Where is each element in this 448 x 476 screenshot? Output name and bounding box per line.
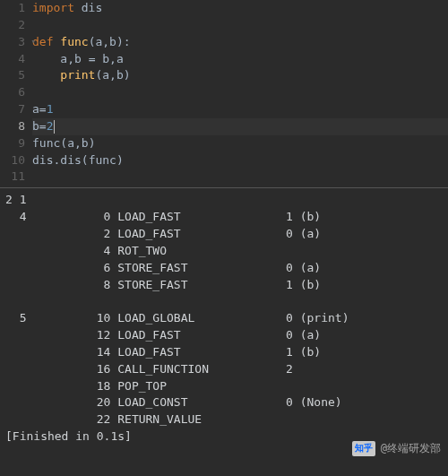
output-console: 2 1 4 0 LOAD_FAST 1 (b) 2 LOAD_FAST 0 (a…	[0, 190, 448, 449]
code-content[interactable]: b=2	[32, 118, 448, 135]
code-line[interactable]: 1import dis	[0, 0, 448, 17]
code-line[interactable]: 8b=2	[0, 118, 448, 135]
code-content[interactable]: dis.dis(func)	[32, 152, 124, 169]
code-content[interactable]: print(a,b)	[32, 67, 131, 84]
zhihu-logo-icon: 知乎	[352, 441, 375, 456]
watermark-text: @终端研发部	[381, 441, 441, 456]
code-line[interactable]: 6	[0, 84, 448, 101]
watermark: 知乎 @终端研发部	[352, 441, 441, 456]
code-line[interactable]: 9func(a,b)	[0, 135, 448, 152]
line-number: 9	[0, 135, 32, 152]
code-content[interactable]: def func(a,b):	[32, 34, 131, 51]
code-content[interactable]: import dis	[32, 0, 102, 17]
code-line[interactable]: 3▾def func(a,b):	[0, 34, 448, 51]
code-content[interactable]: a,b = b,a	[32, 51, 124, 68]
line-number: 3▾	[0, 34, 32, 51]
line-number: 10	[0, 152, 32, 169]
code-line[interactable]: 2	[0, 17, 448, 34]
code-line[interactable]: 11	[0, 169, 448, 186]
code-line[interactable]: 10dis.dis(func)	[0, 152, 448, 169]
code-editor[interactable]: 1import dis2 3▾def func(a,b):4 a,b = b,a…	[0, 0, 448, 186]
code-content[interactable]: func(a,b)	[32, 135, 95, 152]
line-number: 4	[0, 51, 32, 68]
code-line[interactable]: 5 print(a,b)	[0, 67, 448, 84]
line-number: 1	[0, 0, 32, 17]
code-line[interactable]: 7a=1	[0, 101, 448, 118]
line-number: 5	[0, 67, 32, 84]
line-number: 11	[0, 169, 32, 186]
code-line[interactable]: 4 a,b = b,a	[0, 51, 448, 68]
code-content[interactable]	[32, 17, 39, 34]
line-number: 7	[0, 101, 32, 118]
panel-divider	[0, 187, 448, 188]
code-content[interactable]: a=1	[32, 101, 53, 118]
line-number: 8	[0, 118, 32, 135]
code-content[interactable]	[32, 84, 39, 101]
fold-arrow-icon[interactable]: ▾	[31, 36, 36, 48]
window: 1import dis2 3▾def func(a,b):4 a,b = b,a…	[0, 0, 448, 476]
code-content[interactable]	[32, 169, 39, 186]
line-number: 2	[0, 17, 32, 34]
line-number: 6	[0, 84, 32, 101]
